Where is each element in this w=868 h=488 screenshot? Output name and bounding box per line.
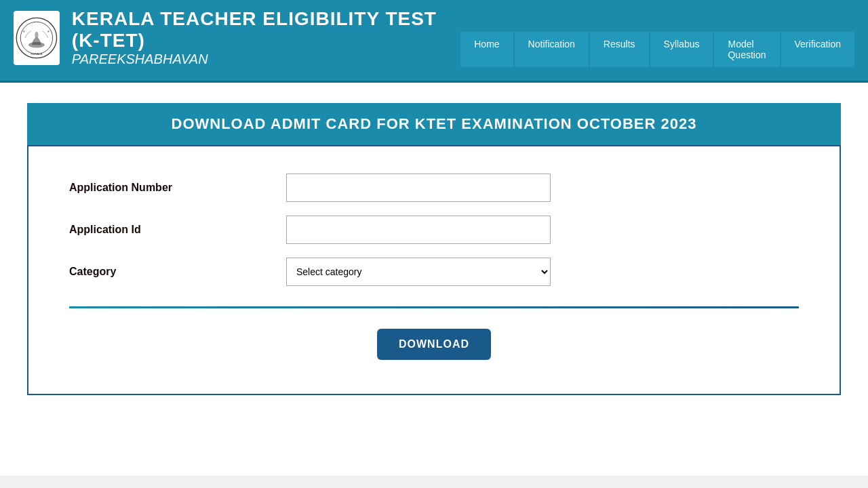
svg-text:★: ★ (47, 28, 50, 33)
form-divider (69, 306, 799, 308)
download-button[interactable]: DOWNLOAD (377, 329, 491, 360)
svg-point-3 (35, 31, 38, 38)
button-row: DOWNLOAD (69, 329, 799, 373)
site-subtitle: PAREEKSHABHAVAN (72, 52, 448, 67)
nav-results[interactable]: Results (590, 32, 649, 67)
application-id-label: Application Id (69, 224, 286, 236)
nav-syllabus[interactable]: Syllabus (650, 32, 713, 67)
nav-notification[interactable]: Notification (515, 32, 589, 67)
nav-model-question[interactable]: Model Question (714, 32, 779, 67)
category-group: Category Select category Category I Cate… (69, 258, 799, 286)
application-id-group: Application Id (69, 216, 799, 244)
nav-home[interactable]: Home (460, 32, 513, 67)
application-number-group: Application Number (69, 174, 799, 202)
application-number-input[interactable] (286, 174, 551, 202)
svg-text:KERALA: KERALA (31, 52, 43, 56)
form-container: Application Number Application Id Catego… (27, 145, 841, 395)
logo-container: KERALA ★ ★ (14, 11, 60, 65)
application-id-input[interactable] (286, 216, 551, 244)
main-content: DOWNLOAD ADMIT CARD FOR KTET EXAMINATION… (0, 83, 868, 476)
header-text: KERALA TEACHER ELIGIBILITY TEST (K-TET) … (72, 8, 448, 67)
category-select[interactable]: Select category Category I Category II C… (286, 258, 551, 286)
svg-text:★: ★ (22, 28, 26, 33)
nav-verification[interactable]: Verification (781, 32, 854, 67)
site-header: KERALA ★ ★ KERALA TEACHER ELIGIBILITY TE… (0, 0, 868, 81)
category-label: Category (69, 266, 286, 278)
page-banner: DOWNLOAD ADMIT CARD FOR KTET EXAMINATION… (27, 103, 841, 145)
page-banner-text: DOWNLOAD ADMIT CARD FOR KTET EXAMINATION… (172, 115, 697, 132)
header-top: KERALA ★ ★ KERALA TEACHER ELIGIBILITY TE… (14, 8, 854, 67)
navigation: Home Notification Results Syllabus Model… (460, 32, 854, 67)
logo-image: KERALA ★ ★ (14, 14, 60, 62)
site-title: KERALA TEACHER ELIGIBILITY TEST (K-TET) (72, 8, 448, 52)
application-number-label: Application Number (69, 182, 286, 194)
